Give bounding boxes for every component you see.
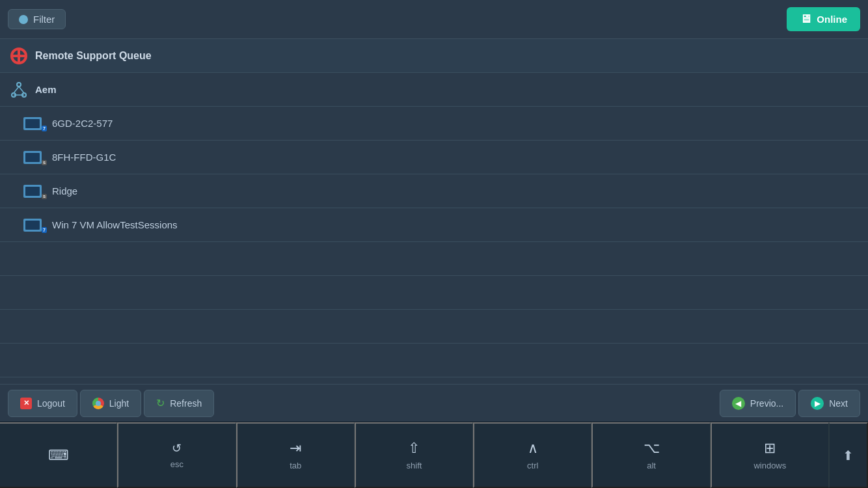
windows-label: windows [753,461,786,470]
esc-icon: ↺ [172,441,182,455]
keyboard-icon: ⌨ [48,447,69,464]
ctrl-icon: ∧ [528,440,538,457]
item-label-8fh: 8FH-FFD-G1C [52,152,116,163]
chrome-icon [92,398,104,409]
filter-dot-icon [19,15,28,24]
monitor-mac-icon-1: S [21,149,44,166]
logout-icon: ✕ [20,398,32,409]
empty-row-2 [0,276,868,310]
shift-icon: ⇧ [408,440,420,457]
svg-point-0 [17,83,21,87]
esc-key[interactable]: ↺ esc [117,422,236,488]
online-label: Online [817,14,847,25]
alt-icon: ⌥ [644,440,660,457]
aem-group-header[interactable]: Aem [0,73,868,107]
tab-icon: ⇥ [290,440,301,457]
item-label-6gd: 6GD-2C2-577 [52,118,113,129]
shift-key[interactable]: ⇧ shift [355,422,473,488]
windows-key[interactable]: ⊞ windows [711,422,829,488]
network-icon [10,81,27,98]
shift-label: shift [407,461,422,470]
list-item-win7vm[interactable]: 7 Win 7 VM AllowTestSessions [0,208,868,242]
item-label-ridge: Ridge [52,185,77,197]
refresh-button[interactable]: ↻ Refresh [144,390,214,417]
main-list: Remote Support Queue Aem 7 6GD-2C2-577 [0,39,868,384]
empty-row-4 [0,344,868,377]
alt-label: alt [647,461,656,470]
empty-row-3 [0,310,868,344]
monitor-mac-icon-2: S [21,183,44,200]
aem-label: Aem [35,84,57,95]
light-button[interactable]: Light [80,390,141,417]
monitor-win7-icon-2: 7 [21,217,44,234]
alt-key[interactable]: ⌥ alt [591,422,710,488]
share-button[interactable]: ⬆ [829,422,868,488]
light-label: Light [109,398,129,409]
filter-button[interactable]: Filter [8,9,66,29]
list-item-ridge[interactable]: S Ridge [0,174,868,208]
esc-label: esc [170,459,183,469]
windows-icon: ⊞ [764,440,776,457]
remote-support-queue-header[interactable]: Remote Support Queue [0,39,868,73]
tab-label: tab [290,461,301,470]
svg-line-3 [14,87,19,93]
next-icon: ▶ [811,397,824,410]
next-button[interactable]: ▶ Next [798,390,860,417]
logout-button[interactable]: ✕ Logout [8,390,77,417]
previous-button[interactable]: ◀ Previo... [720,390,796,417]
filter-bar: Filter 🖥 Online [0,0,868,39]
ctrl-key[interactable]: ∧ ctrl [473,422,591,488]
footer-toolbar: ✕ Logout Light ↻ Refresh ◀ Previo... ▶ N… [0,384,868,422]
monitor-icon: 🖥 [800,12,811,26]
ctrl-label: ctrl [527,461,538,470]
tab-key[interactable]: ⇥ tab [236,422,355,488]
logout-label: Logout [37,398,65,409]
monitor-win7-icon-1: 7 [21,115,44,132]
online-button[interactable]: 🖥 Online [787,7,860,31]
refresh-icon: ↻ [156,397,165,409]
next-label: Next [829,398,848,409]
lifesaver-icon [10,47,27,64]
empty-row-1 [0,242,868,276]
item-label-win7vm: Win 7 VM AllowTestSessions [52,219,178,230]
previous-label: Previo... [750,398,783,409]
keyboard-toggle-key[interactable]: ⌨ [0,422,117,488]
share-icon: ⬆ [843,448,854,463]
refresh-label: Refresh [170,398,202,409]
svg-line-4 [19,87,24,93]
keyboard-row: ⌨ ↺ esc ⇥ tab ⇧ shift ∧ ctrl ⌥ alt ⊞ win… [0,422,868,488]
previous-icon: ◀ [732,397,745,410]
list-item-6gd[interactable]: 7 6GD-2C2-577 [0,107,868,141]
filter-label: Filter [33,14,55,25]
remote-support-queue-label: Remote Support Queue [35,50,152,62]
list-item-8fh[interactable]: S 8FH-FFD-G1C [0,141,868,174]
